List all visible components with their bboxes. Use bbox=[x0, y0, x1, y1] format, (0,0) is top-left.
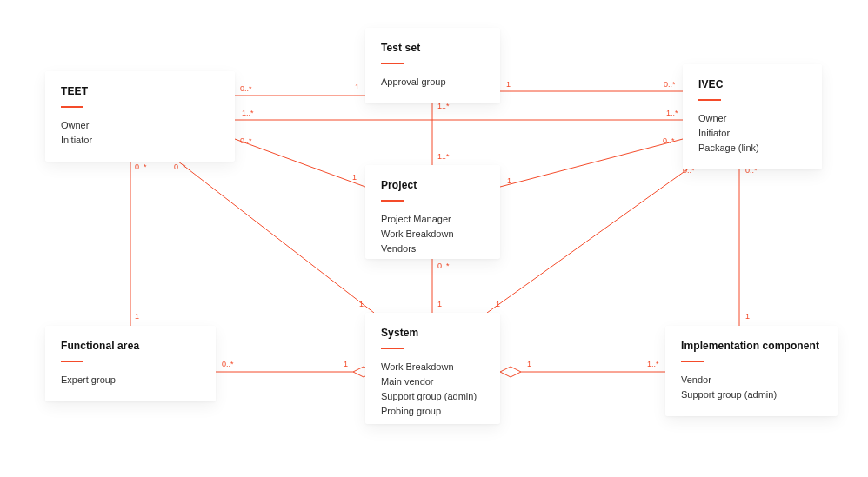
mult-project-system-bottom: 1 bbox=[437, 301, 442, 308]
title-underline bbox=[61, 106, 83, 108]
mult-project-testset-top: 1..* bbox=[437, 103, 450, 110]
entity-attr: Approval group bbox=[381, 75, 484, 89]
entity-attr: Main vendor bbox=[381, 374, 484, 389]
mult-project-testset-bottom: 1..* bbox=[437, 153, 450, 161]
title-underline bbox=[681, 361, 704, 362]
entity-testset: Test set Approval group bbox=[365, 28, 500, 103]
mult-teet-ivec-right: 1..* bbox=[666, 109, 678, 117]
entity-attr: Vendors bbox=[381, 242, 484, 256]
entity-attr: Support group (admin) bbox=[381, 389, 484, 404]
title-underline bbox=[381, 200, 404, 202]
entity-attr: Support group (admin) bbox=[681, 388, 822, 402]
entity-diagram: 0..* 1 1 0..* 1..* 1..* 0..* 1 1..* 1..*… bbox=[0, 0, 868, 477]
entity-title: IVEC bbox=[698, 78, 806, 90]
entity-attr: Work Breakdown bbox=[381, 227, 484, 242]
entity-title: Test set bbox=[381, 42, 484, 54]
entity-attr: Work Breakdown bbox=[381, 360, 484, 374]
mult-system-implcomp-right: 1..* bbox=[647, 361, 659, 368]
mult-teet-ivec-left: 1..* bbox=[242, 109, 254, 117]
entity-attr: Initiator bbox=[698, 126, 806, 141]
title-underline bbox=[61, 361, 83, 362]
entity-attr: Package (link) bbox=[698, 141, 806, 156]
mult-testset-ivec-left: 1 bbox=[506, 81, 511, 89]
mult-teet-project-left: 0..* bbox=[240, 137, 252, 145]
entity-attr: Project Manager bbox=[381, 212, 484, 227]
mult-teet-testset-left: 0..* bbox=[240, 85, 252, 93]
entity-attr: Owner bbox=[698, 111, 806, 126]
title-underline bbox=[381, 348, 404, 349]
entity-title: Project bbox=[381, 179, 484, 191]
mult-ivec-implcomp-bottom: 1 bbox=[745, 313, 750, 321]
title-underline bbox=[381, 63, 404, 64]
mult-funcarea-system-right: 1 bbox=[344, 361, 348, 368]
mult-funcarea-system-left: 0..* bbox=[222, 361, 234, 368]
entity-attr: Owner bbox=[61, 118, 219, 133]
svg-line-3 bbox=[235, 139, 365, 187]
mult-teet-funcarea-bottom: 1 bbox=[135, 313, 139, 321]
svg-line-11 bbox=[487, 163, 696, 313]
title-underline bbox=[698, 99, 721, 101]
entity-title: Implementation component bbox=[681, 340, 822, 352]
mult-teet-project-right: 1 bbox=[352, 174, 357, 182]
entity-attr: Probing group bbox=[381, 404, 484, 419]
mult-project-ivec-left: 1 bbox=[507, 177, 511, 185]
svg-line-8 bbox=[174, 158, 374, 313]
mult-project-system-top: 0..* bbox=[437, 262, 450, 270]
mult-teet-testset-right: 1 bbox=[355, 83, 359, 91]
entity-attr: Initiator bbox=[61, 133, 219, 148]
entity-title: Functional area bbox=[61, 340, 200, 352]
mult-project-ivec-right: 0..* bbox=[663, 137, 675, 145]
entity-title: System bbox=[381, 327, 484, 339]
mult-teet-system-bottom: 1 bbox=[359, 301, 364, 308]
entity-system: System Work Breakdown Main vendor Suppor… bbox=[365, 313, 500, 424]
mult-teet-system-top: 0..* bbox=[174, 163, 186, 171]
mult-testset-ivec-right: 0..* bbox=[664, 81, 676, 89]
entity-title: TEET bbox=[61, 85, 219, 97]
svg-line-5 bbox=[500, 139, 683, 187]
mult-teet-funcarea-top: 0..* bbox=[135, 163, 147, 171]
entity-project: Project Project Manager Work Breakdown V… bbox=[365, 165, 500, 259]
entity-attr: Expert group bbox=[61, 373, 200, 388]
entity-funcarea: Functional area Expert group bbox=[45, 326, 216, 401]
entity-teet: TEET Owner Initiator bbox=[45, 71, 235, 162]
entity-attr: Vendor bbox=[681, 373, 822, 388]
entity-implcomp: Implementation component Vendor Support … bbox=[665, 326, 838, 416]
mult-system-implcomp-left: 1 bbox=[527, 361, 531, 368]
entity-ivec: IVEC Owner Initiator Package (link) bbox=[683, 64, 822, 169]
mult-system-ivec-left: 1 bbox=[496, 301, 500, 308]
